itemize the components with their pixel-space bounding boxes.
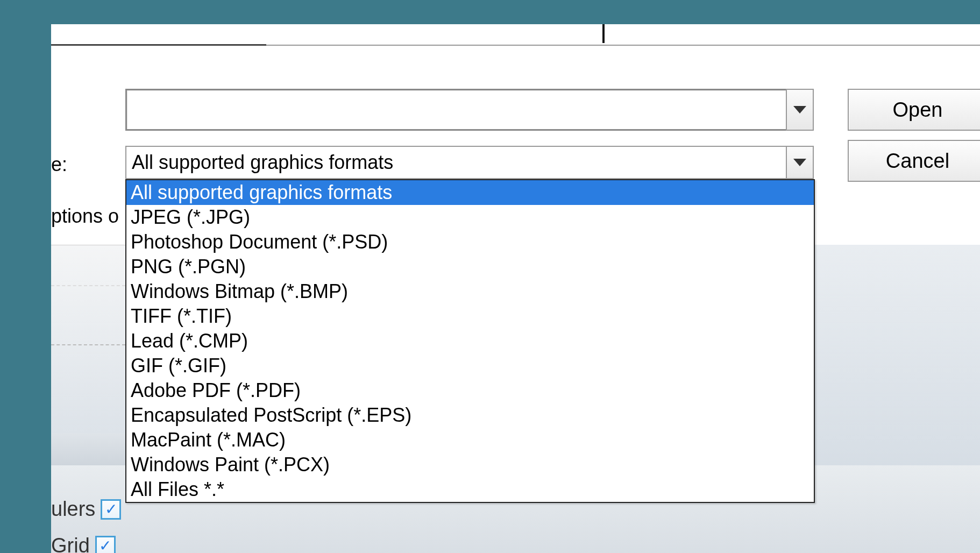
filename-dropdown-button[interactable] xyxy=(786,89,814,131)
filetype-selected-text: All supported graphics formats xyxy=(132,151,393,174)
text-cursor-mark xyxy=(602,24,605,43)
rulers-checkbox-row: ulers ✓ xyxy=(51,498,121,521)
filetype-option[interactable]: PNG (*.PGN) xyxy=(126,254,814,279)
left-background-panel xyxy=(51,245,125,433)
chevron-down-icon xyxy=(793,159,806,166)
rulers-label-partial: ulers xyxy=(51,498,95,521)
filetype-option[interactable]: Adobe PDF (*.PDF) xyxy=(126,378,814,403)
filetype-dropdown-button[interactable] xyxy=(786,146,814,179)
filetype-option[interactable]: Lead (*.CMP) xyxy=(126,329,814,353)
cancel-button[interactable]: Cancel xyxy=(848,140,980,182)
dialog-top-strip xyxy=(51,24,980,46)
filetype-option[interactable]: JPEG (*.JPG) xyxy=(126,205,814,230)
dialog-top-tab xyxy=(51,24,266,46)
filetype-dropdown-list: All supported graphics formats JPEG (*.J… xyxy=(125,179,815,503)
filetype-option[interactable]: Windows Bitmap (*.BMP) xyxy=(126,279,814,304)
chevron-down-icon xyxy=(793,106,806,114)
options-label-partial: ptions o xyxy=(51,205,119,228)
filetype-label-partial: e: xyxy=(51,153,67,176)
filetype-option[interactable]: Windows Paint (*.PCX) xyxy=(126,452,814,477)
dashed-guide-1 xyxy=(51,344,125,345)
dashed-guide-2 xyxy=(51,285,125,286)
filename-input[interactable] xyxy=(125,89,814,131)
open-button[interactable]: Open xyxy=(848,89,980,131)
open-file-dialog: e: ptions o All supported graphics forma… xyxy=(51,24,980,553)
filetype-option[interactable]: Encapsulated PostScript (*.EPS) xyxy=(126,403,814,428)
filetype-option[interactable]: TIFF (*.TIF) xyxy=(126,304,814,329)
grid-checkbox[interactable]: ✓ xyxy=(95,536,116,554)
filetype-combobox[interactable]: All supported graphics formats xyxy=(125,146,814,179)
filetype-option[interactable]: GIF (*.GIF) xyxy=(126,353,814,378)
rulers-checkbox[interactable]: ✓ xyxy=(101,499,121,520)
grid-checkbox-row: Grid ✓ xyxy=(51,534,116,553)
right-background-panel xyxy=(815,245,980,503)
filetype-option[interactable]: All supported graphics formats xyxy=(126,180,814,205)
filetype-option[interactable]: All Files *.* xyxy=(126,477,814,502)
filetype-option[interactable]: Photoshop Document (*.PSD) xyxy=(126,230,814,254)
grid-label: Grid xyxy=(51,534,90,553)
dialog-body: e: ptions o All supported graphics forma… xyxy=(51,46,980,65)
filetype-option[interactable]: MacPaint (*.MAC) xyxy=(126,428,814,452)
